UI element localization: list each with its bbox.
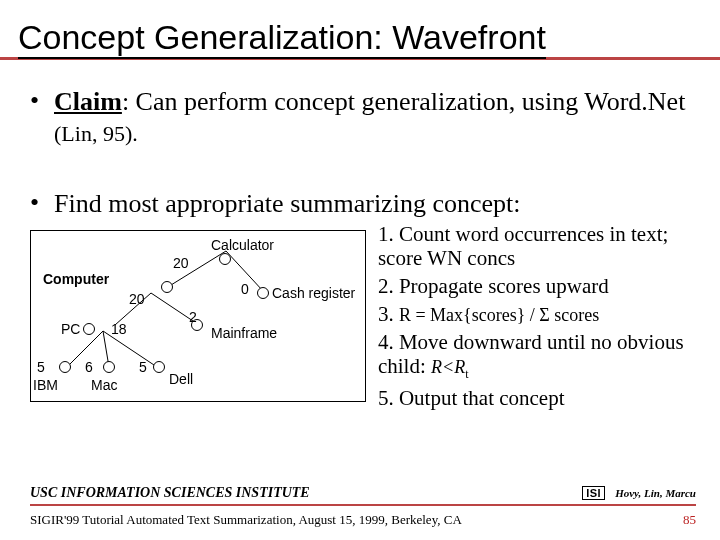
institute-name: USC INFORMATION SCIENCES INSTITUTE <box>30 485 310 501</box>
bullet-dot: • <box>30 86 54 148</box>
ibm-circle <box>59 361 71 373</box>
pc-circle <box>83 323 95 335</box>
mainframe-score: 2 <box>189 309 197 325</box>
step-3: 3. R = Max{scores} / Σ scores <box>378 302 702 326</box>
step-1: 1. Count word occurrences in text; score… <box>378 222 702 270</box>
bullet-claim: • Claim: Can perform concept generalizat… <box>30 86 690 148</box>
computer-label: Computer <box>43 271 109 287</box>
computer-circle <box>161 281 173 293</box>
pc-label: PC <box>61 321 80 337</box>
algorithm-steps: 1. Count word occurrences in text; score… <box>378 222 702 415</box>
cashreg-circle <box>257 287 269 299</box>
page-number: 85 <box>683 512 696 528</box>
ibm-score: 5 <box>37 359 45 375</box>
isi-logo: ISI <box>582 486 605 500</box>
footer-lower: SIGIR'99 Tutorial Automated Text Summari… <box>30 512 696 528</box>
computer-score: 20 <box>129 291 145 307</box>
cashreg-score: 0 <box>241 281 249 297</box>
find-text: Find most appropriate summarizing concep… <box>54 188 520 219</box>
mac-circle <box>103 361 115 373</box>
tree-edges <box>31 231 371 401</box>
footer-upper: USC INFORMATION SCIENCES INSTITUTE ISI H… <box>30 483 696 506</box>
cashreg-label: Cash register <box>272 285 355 301</box>
authors: Hovy, Lin, Marcu <box>615 487 696 499</box>
node-cashreg: Cash register <box>257 285 355 301</box>
claim-text: : Can perform concept generalization, us… <box>122 87 685 116</box>
dell-label: Dell <box>169 371 193 387</box>
node-calculator: Calculator <box>211 237 274 253</box>
claim-label: Claim <box>54 87 122 116</box>
mac-label: Mac <box>91 377 117 393</box>
mainframe-label: Mainframe <box>211 325 277 341</box>
venue: SIGIR'99 Tutorial Automated Text Summari… <box>30 512 462 528</box>
bullet-find: • Find most appropriate summarizing conc… <box>30 188 690 219</box>
slide-title: Concept Generalization: Wavefront <box>0 0 720 60</box>
lower-row: Calculator 20 Computer 20 Cash register … <box>0 220 720 415</box>
footer-right-group: ISI Hovy, Lin, Marcu <box>582 483 696 501</box>
step-2: 2. Propagate scores upward <box>378 274 702 298</box>
bullet-dot: • <box>30 188 54 219</box>
concept-tree-diagram: Calculator 20 Computer 20 Cash register … <box>30 230 366 402</box>
claim-ref: (Lin, 95). <box>54 121 138 146</box>
step-4: 4. Move downward until no obvious child:… <box>378 330 702 382</box>
calculator-score: 20 <box>173 255 189 271</box>
node-pc: PC <box>61 321 95 337</box>
mac-score: 6 <box>85 359 93 375</box>
slide: Concept Generalization: Wavefront • Clai… <box>0 0 720 540</box>
pc-score: 18 <box>111 321 127 337</box>
title-text: Concept Generalization: Wavefront <box>18 18 546 59</box>
calculator-label: Calculator <box>211 237 274 253</box>
calculator-circle <box>219 253 231 265</box>
ibm-label: IBM <box>33 377 58 393</box>
node-computer: Computer <box>43 271 109 287</box>
step-5: 5. Output that concept <box>378 386 702 410</box>
dell-score: 5 <box>139 359 147 375</box>
slide-body: • Claim: Can perform concept generalizat… <box>0 86 720 220</box>
dell-circle <box>153 361 165 373</box>
